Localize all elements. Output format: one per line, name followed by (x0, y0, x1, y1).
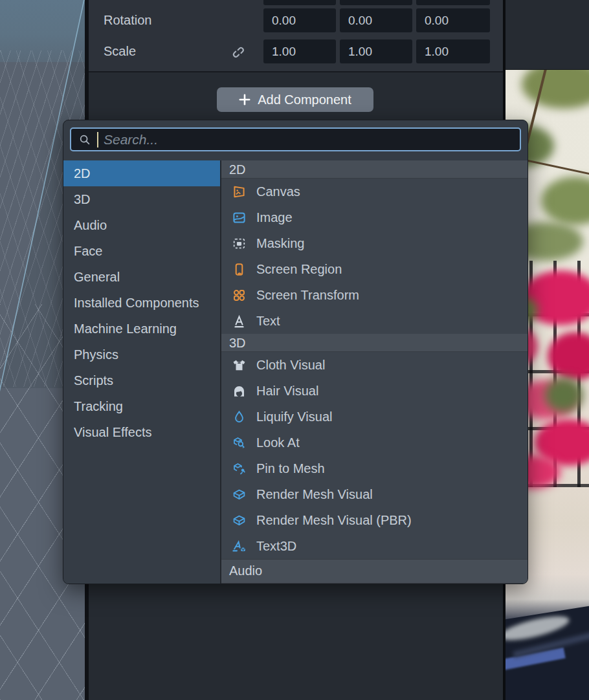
component-label: Text3D (256, 539, 296, 554)
component-label: Masking (256, 236, 304, 251)
component-label: Liquify Visual (256, 410, 332, 424)
search-box[interactable] (70, 127, 521, 151)
category-list: 2D 3D Audio Face General Installed Compo… (63, 160, 220, 584)
screen-region-icon (230, 261, 247, 278)
link-scale-icon[interactable] (228, 42, 247, 61)
scale-label: Scale (104, 39, 136, 63)
masking-icon (230, 235, 247, 252)
render-mesh-icon (230, 512, 247, 529)
preview-chrome (506, 0, 589, 70)
component-item-pin-to-mesh[interactable]: Pin to Mesh (221, 455, 528, 481)
category-item-physics[interactable]: Physics (63, 342, 220, 367)
component-item-look-at[interactable]: Look At (221, 430, 528, 455)
category-item-3d[interactable]: 3D (63, 186, 220, 212)
component-label: Pin to Mesh (256, 461, 325, 476)
look-at-icon (230, 434, 247, 451)
category-item-vfx[interactable]: Visual Effects (63, 419, 220, 445)
hair-visual-icon (230, 382, 247, 399)
search-input[interactable] (104, 130, 513, 149)
category-item-face[interactable]: Face (63, 238, 220, 264)
component-label: Text (256, 314, 280, 329)
rotation-label: Rotation (104, 8, 152, 32)
component-label: Look At (256, 435, 300, 450)
screen-transform-icon (230, 287, 247, 303)
scale-row: Scale 1.00 1.00 1.00 (89, 39, 503, 63)
rotation-z-field[interactable]: 0.00 (416, 8, 490, 32)
component-label: Render Mesh Visual (256, 487, 373, 502)
text-caret (97, 132, 98, 148)
add-component-button[interactable]: Add Component (217, 87, 373, 112)
component-item-render-mesh-visual[interactable]: Render Mesh Visual (221, 481, 528, 507)
canvas-icon (230, 183, 247, 200)
component-label: Image (256, 210, 293, 225)
section-header-3d: 3D (221, 334, 528, 352)
section-header-2d: 2D (221, 160, 528, 179)
scale-y-field[interactable]: 1.00 (340, 39, 412, 63)
rotation-row: Rotation 0.00 0.00 0.00 (89, 8, 503, 32)
section-header-audio: Audio (221, 559, 528, 584)
component-list: 2D Canvas (221, 160, 528, 584)
component-label: Hair Visual (256, 384, 318, 399)
category-item-ml[interactable]: Machine Learning (63, 316, 220, 342)
component-label: Canvas (256, 184, 300, 199)
popup-columns: 2D 3D Audio Face General Installed Compo… (63, 160, 528, 584)
add-component-popup: 2D 3D Audio Face General Installed Compo… (63, 120, 528, 584)
component-item-screen-transform[interactable]: Screen Transform (221, 282, 528, 308)
app-window: Rotation 0.00 0.00 0.00 Scale 1.00 1.00 … (0, 0, 589, 700)
component-item-render-mesh-visual-pbr[interactable]: Render Mesh Visual (PBR) (221, 507, 528, 533)
component-item-hair-visual[interactable]: Hair Visual (221, 378, 528, 404)
category-item-2d[interactable]: 2D (63, 160, 220, 186)
component-item-text3d[interactable]: Text3D (221, 533, 528, 559)
scale-z-field[interactable]: 1.00 (416, 39, 490, 63)
component-item-image[interactable]: Image (221, 204, 528, 230)
position-x-field[interactable] (263, 0, 336, 5)
plus-icon (239, 94, 250, 105)
component-label: Screen Transform (256, 288, 359, 303)
position-y-field[interactable] (340, 0, 412, 5)
component-label: Cloth Visual (256, 358, 325, 373)
category-item-scripts[interactable]: Scripts (63, 367, 220, 393)
component-label: Screen Region (256, 262, 342, 277)
text3d-icon (230, 538, 247, 554)
search-icon (78, 133, 92, 147)
category-item-tracking[interactable]: Tracking (63, 393, 220, 419)
component-item-liquify-visual[interactable]: Liquify Visual (221, 404, 528, 430)
component-item-text[interactable]: Text (221, 308, 528, 334)
text-icon (230, 312, 247, 329)
component-label: Render Mesh Visual (PBR) (256, 513, 412, 528)
position-z-field[interactable] (416, 0, 490, 5)
render-mesh-icon (230, 486, 247, 503)
pin-to-mesh-icon (230, 460, 247, 477)
category-item-audio[interactable]: Audio (63, 212, 220, 238)
component-item-canvas[interactable]: Canvas (221, 179, 528, 204)
component-item-cloth-visual[interactable]: Cloth Visual (221, 352, 528, 378)
image-icon (230, 209, 247, 226)
scale-x-field[interactable]: 1.00 (263, 39, 336, 63)
add-component-label: Add Component (258, 93, 351, 107)
component-item-masking[interactable]: Masking (221, 230, 528, 256)
liquify-visual-icon (230, 408, 247, 425)
category-item-general[interactable]: General (63, 264, 220, 290)
component-item-screen-region[interactable]: Screen Region (221, 256, 528, 282)
category-item-installed[interactable]: Installed Components (63, 290, 220, 316)
rotation-x-field[interactable]: 0.00 (263, 8, 336, 32)
rotation-y-field[interactable]: 0.00 (340, 8, 412, 32)
cloth-visual-icon (230, 356, 247, 373)
